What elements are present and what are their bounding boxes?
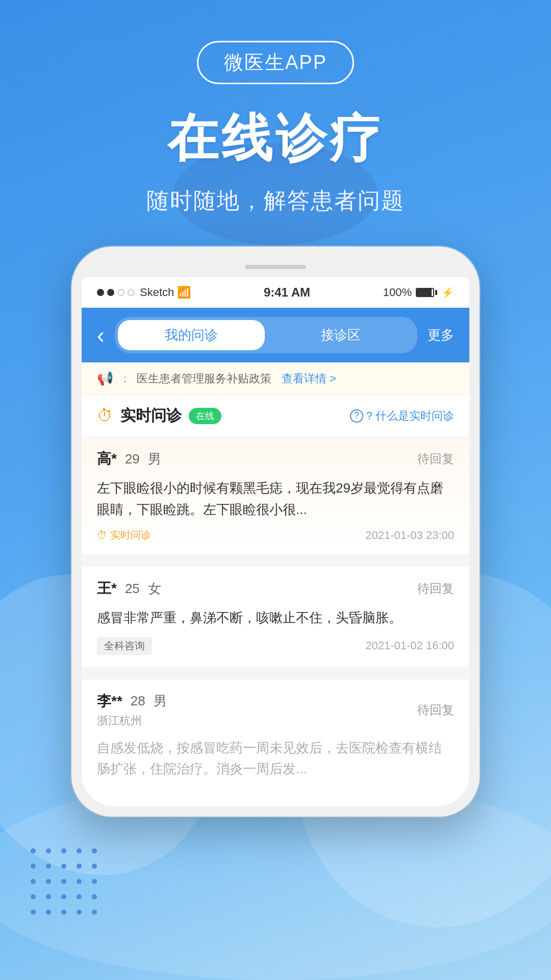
tab-reception[interactable]: 接诊区 (267, 320, 414, 350)
realtime-tag-label: 实时问诊 (110, 528, 151, 542)
realtime-label: 实时问诊 (120, 405, 182, 426)
more-button[interactable]: 更多 (428, 326, 454, 344)
header-section: 微医生APP 在线诊疗 随时随地，解答患者问题 (0, 0, 551, 216)
notice-bar: 📢 ： 医生患者管理服务补贴政策 查看详情 > (82, 362, 469, 395)
consult-tag-1: ⏱ 实时问诊 (97, 528, 151, 542)
notice-colon: ： (119, 371, 131, 386)
consult-time-2: 2021-01-02 16:00 (365, 639, 454, 652)
signal-dot-4 (128, 289, 135, 296)
patient-location-3: 浙江杭州 (97, 713, 167, 728)
wifi-icon: 📶 (177, 286, 191, 299)
tab-group: 我的问诊 接诊区 (115, 317, 417, 353)
patient-footer-1: ⏱ 实时问诊 2021-01-03 23:00 (97, 528, 454, 542)
patient-header-3: 李** 28 男 浙江杭州 待回复 (97, 692, 454, 728)
sub-title: 随时随地，解答患者问题 (0, 186, 551, 216)
notice-text: 医生患者管理服务补贴政策 (137, 371, 271, 386)
patient-age-2: 25 (125, 581, 140, 597)
consult-tag-2: 全科咨询 (97, 637, 152, 655)
divider-1 (82, 560, 469, 567)
patient-info-1: 高* 29 男 (97, 449, 161, 469)
patient-name-1: 高* (97, 449, 117, 469)
patient-name-3: 李** (97, 692, 122, 711)
patient-desc-1: 左下眼睑很小的时候有颗黑毛痣，现在我29岁最觉得有点磨眼睛，下眼睑跳。左下眼睑很… (97, 478, 454, 520)
online-badge: 在线 (189, 408, 221, 424)
tab-my-consult[interactable]: 我的问诊 (118, 320, 265, 350)
question-icon: ? (350, 409, 363, 423)
patient-card-2[interactable]: 王* 25 女 待回复 感冒非常严重，鼻涕不断，咳嗽止不住，头昏脑胀。 全科咨询… (82, 567, 469, 667)
status-bar: Sketch 📶 9:41 AM 100% ⚡ (82, 277, 469, 308)
phone-container: Sketch 📶 9:41 AM 100% ⚡ ‹ (0, 247, 551, 817)
battery-percent: 100% (383, 286, 412, 299)
notch-bar (245, 265, 306, 269)
battery-icon (416, 288, 437, 297)
realtime-tag-icon: ⏱ (97, 529, 107, 541)
signal-dot-3 (117, 289, 124, 296)
patient-info-3: 李** 28 男 浙江杭州 (97, 692, 167, 728)
patient-age-3: 28 (131, 693, 145, 709)
status-time: 9:41 AM (264, 285, 310, 300)
patient-info-2: 王* 25 女 (97, 579, 161, 598)
speaker-icon: 📢 (97, 371, 113, 386)
patient-header-2: 王* 25 女 待回复 (97, 579, 454, 598)
app-badge: 微医生APP (197, 41, 354, 84)
status-left: Sketch 📶 (97, 286, 191, 299)
realtime-left: ⏱ 实时问诊 在线 (97, 405, 221, 426)
patient-card-1[interactable]: 高* 29 男 待回复 左下眼睑很小的时候有颗黑毛痣，现在我29岁最觉得有点磨眼… (82, 437, 469, 554)
patient-status-2: 待回复 (417, 580, 454, 597)
phone-notch (82, 257, 469, 277)
phone-mockup: Sketch 📶 9:41 AM 100% ⚡ ‹ (71, 247, 480, 817)
signal-dot-1 (97, 289, 104, 296)
phone-inner: Sketch 📶 9:41 AM 100% ⚡ ‹ (82, 257, 469, 806)
patient-status-3: 待回复 (417, 702, 454, 718)
patient-gender-3: 男 (154, 692, 167, 710)
patient-name-2: 王* (97, 579, 117, 598)
patient-header-1: 高* 29 男 待回复 (97, 449, 454, 469)
consult-time-1: 2021-01-03 23:00 (365, 529, 454, 542)
realtime-section-header: ⏱ 实时问诊 在线 ? ? 什么是实时问诊 (82, 395, 469, 437)
back-button[interactable]: ‹ (97, 323, 105, 348)
patient-desc-2: 感冒非常严重，鼻涕不断，咳嗽止不住，头昏脑胀。 (97, 607, 454, 629)
patient-card-3[interactable]: 李** 28 男 浙江杭州 待回复 自感发低烧，按感冒吃药一周未见效后，去医院检… (82, 679, 469, 800)
divider-2 (82, 673, 469, 679)
notice-link[interactable]: 查看详情 > (282, 371, 336, 386)
realtime-help-text: ? 什么是实时问诊 (366, 408, 454, 424)
patient-status-1: 待回复 (417, 451, 454, 467)
realtime-help[interactable]: ? ? 什么是实时问诊 (350, 408, 454, 424)
carrier-label: Sketch (140, 286, 174, 299)
realtime-clock-icon: ⏱ (97, 406, 113, 425)
patient-footer-2: 全科咨询 2021-01-02 16:00 (97, 637, 454, 655)
patient-gender-2: 女 (148, 580, 161, 598)
patient-gender-1: 男 (148, 450, 161, 468)
main-title: 在线诊疗 (0, 105, 551, 174)
app-navigation-bar: ‹ 我的问诊 接诊区 更多 (82, 308, 469, 362)
content-area: ⏱ 实时问诊 在线 ? ? 什么是实时问诊 高* 29 (82, 395, 469, 800)
patient-age-1: 29 (125, 451, 140, 467)
charging-icon: ⚡ (441, 286, 454, 299)
status-right: 100% ⚡ (383, 286, 454, 299)
patient-desc-3: 自感发低烧，按感冒吃药一周未见效后，去医院检查有横结肠扩张，住院治疗。消炎一周后… (97, 738, 454, 780)
dot-grid-decoration (31, 848, 101, 919)
patient-name-location-3: 李** 28 男 浙江杭州 (97, 692, 167, 728)
signal-dot-2 (107, 289, 114, 296)
